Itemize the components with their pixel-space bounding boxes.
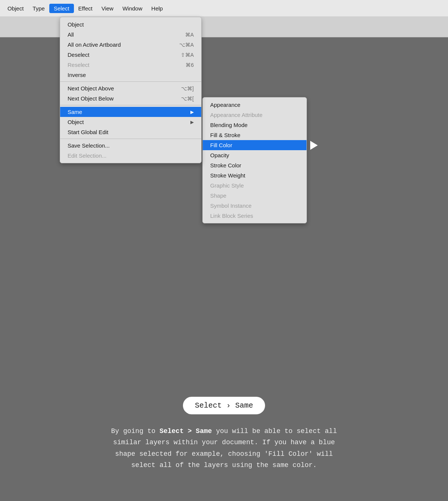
submenu-item-stroke-weight[interactable]: Stroke Weight [203, 170, 307, 180]
bottom-content: Select › Same By going to Select > Same … [0, 397, 448, 471]
menu-item-next-object-below[interactable]: Next Object Below ⌥⌘[ [60, 93, 201, 103]
description-line4: select all of the layers using the same … [131, 461, 317, 469]
menu-item-object[interactable]: Object [60, 19, 201, 30]
menu-item-deselect[interactable]: Deselect ⇧⌘A [60, 50, 201, 60]
menu-bar-type[interactable]: Type [28, 4, 49, 13]
menu-item-all[interactable]: All ⌘A [60, 30, 201, 40]
main-area: Object All ⌘A All on Active Artboard ⌥⌘A… [0, 17, 448, 501]
submenu-arrow-object: ▶ [190, 120, 194, 125]
same-submenu: Appearance Appearance Attribute Blending… [202, 97, 307, 223]
menu-item-object-sub[interactable]: Object ▶ [60, 117, 201, 127]
cursor-arrow [310, 141, 318, 150]
select-same-badge: Select › Same [183, 397, 265, 414]
menus-container: Object All ⌘A All on Active Artboard ⌥⌘A… [60, 17, 307, 223]
divider-1 [60, 81, 201, 82]
submenu-item-appearance[interactable]: Appearance [203, 100, 307, 110]
menu-bar-effect[interactable]: Effect [74, 4, 97, 13]
menu-item-all-on-active-artboard[interactable]: All on Active Artboard ⌥⌘A [60, 40, 201, 50]
description-bold1: Select > Same [159, 427, 212, 435]
submenu-arrow-same: ▶ [190, 109, 194, 115]
description-line2: similar layers within your document. If … [113, 439, 335, 446]
submenu-item-fill-color[interactable]: Fill Color [203, 140, 307, 150]
description-part2: you will be able to select all [212, 427, 337, 435]
submenu-item-appearance-attribute: Appearance Attribute [203, 110, 307, 120]
submenu-item-blending-mode[interactable]: Blending Mode [203, 120, 307, 130]
submenu-item-link-block-series: Link Block Series [203, 211, 307, 221]
select-dropdown-menu: Object All ⌘A All on Active Artboard ⌥⌘A… [60, 17, 202, 163]
divider-3 [60, 139, 201, 139]
menu-bar-view[interactable]: View [97, 4, 118, 13]
menu-bar-select[interactable]: Select [49, 4, 74, 13]
submenu-item-fill-stroke[interactable]: Fill & Stroke [203, 130, 307, 140]
menu-item-inverse[interactable]: Inverse [60, 70, 201, 80]
menu-bar-window[interactable]: Window [118, 4, 147, 13]
menu-item-edit-selection: Edit Selection... [60, 151, 201, 161]
menu-item-same[interactable]: Same ▶ [60, 107, 201, 117]
submenu-item-symbol-instance: Symbol Instance [203, 201, 307, 211]
menu-item-start-global-edit[interactable]: Start Global Edit [60, 127, 201, 137]
divider-2 [60, 105, 201, 105]
menu-item-next-object-above[interactable]: Next Object Above ⌥⌘] [60, 83, 201, 93]
submenu-item-opacity[interactable]: Opacity [203, 150, 307, 160]
menu-bar-object[interactable]: Object [3, 4, 28, 13]
submenu-item-stroke-color[interactable]: Stroke Color [203, 160, 307, 170]
menu-item-save-selection[interactable]: Save Selection... [60, 140, 201, 151]
menu-item-reselect: Reselect ⌘6 [60, 60, 201, 70]
description-part1: By going to [111, 427, 160, 435]
menu-bar: Object Type Select Effect View Window He… [0, 0, 448, 17]
submenu-item-shape: Shape [203, 191, 307, 201]
description-line3: shape selected for example, choosing 'Fi… [115, 450, 333, 458]
menu-bar-help[interactable]: Help [147, 4, 167, 13]
submenu-item-graphic-style: Graphic Style [203, 180, 307, 191]
description-text: By going to Select > Same you will be ab… [104, 426, 345, 471]
